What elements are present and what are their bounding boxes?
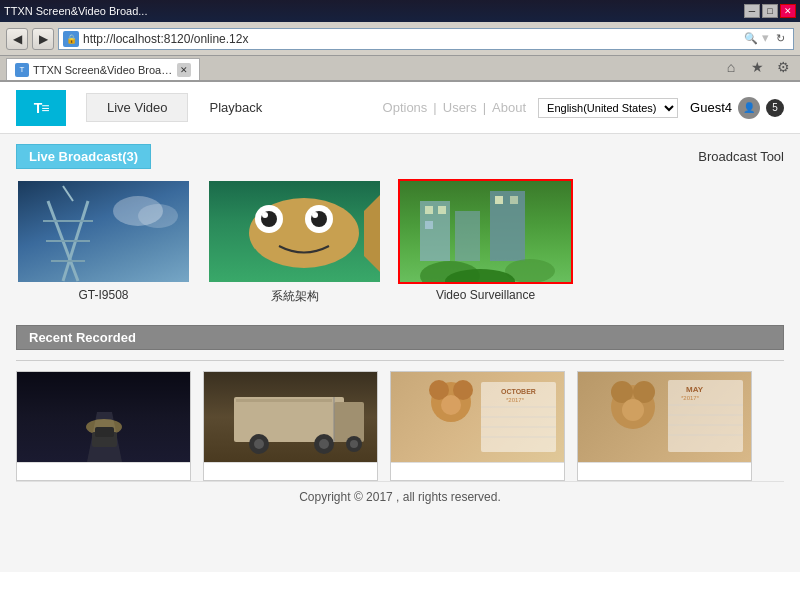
- app-content: T≡ Live Video Playback Options | Users |…: [0, 82, 800, 572]
- recent-video-1[interactable]: [16, 371, 191, 481]
- settings-button[interactable]: ⚙: [772, 56, 794, 78]
- recent-video-3[interactable]: OCTOBER *2017*: [390, 371, 565, 481]
- search-button[interactable]: 🔍: [742, 30, 760, 48]
- options-link[interactable]: Options: [383, 100, 428, 115]
- camera-1-image: [16, 179, 191, 284]
- separator-2: |: [483, 100, 486, 115]
- live-video-grid: GT-I9508: [16, 179, 784, 305]
- forward-button[interactable]: ▶: [32, 28, 54, 50]
- main-content: Live Broadcast(3) Broadcast Tool: [0, 134, 800, 572]
- home-button[interactable]: ⌂: [720, 56, 742, 78]
- address-actions: 🔍 ▾ ↻: [742, 30, 789, 48]
- tab-label: TTXN Screen&Video Broad...: [33, 64, 173, 76]
- logo-text: T≡: [34, 100, 49, 116]
- camera-1-label: GT-I9508: [78, 288, 128, 302]
- title-bar: TTXN Screen&Video Broad... ─ □ ✕: [0, 0, 800, 22]
- address-icon: 🔒: [63, 31, 79, 47]
- section-divider: [16, 360, 784, 361]
- tab-favicon: T: [15, 63, 29, 77]
- recent-video-3-image: OCTOBER *2017*: [391, 372, 564, 462]
- recent-video-2-footer: [204, 462, 377, 481]
- camera-2-image: [207, 179, 382, 284]
- recent-recorded-header: Recent Recorded: [16, 325, 784, 350]
- favorites-button[interactable]: ★: [746, 56, 768, 78]
- svg-rect-33: [334, 402, 364, 442]
- recent-video-1-footer: [17, 462, 190, 481]
- copyright-text: Copyright © 2017 , all rights reserved.: [299, 490, 501, 504]
- users-link[interactable]: Users: [443, 100, 477, 115]
- svg-text:*2017*: *2017*: [681, 395, 700, 401]
- username-label: Guest4: [690, 100, 732, 115]
- browser-toolbar: ◀ ▶ 🔒 🔍 ▾ ↻: [0, 22, 800, 56]
- nav-playback[interactable]: Playback: [188, 93, 283, 122]
- svg-point-7: [138, 204, 178, 228]
- svg-text:MAY: MAY: [686, 385, 704, 394]
- active-tab[interactable]: T TTXN Screen&Video Broad... ✕: [6, 58, 200, 80]
- svg-rect-31: [95, 427, 114, 437]
- language-select[interactable]: English(United States): [538, 98, 678, 118]
- tab-close-button[interactable]: ✕: [177, 63, 191, 77]
- camera-2-thumb[interactable]: 系統架构: [207, 179, 382, 305]
- window-controls: ─ □ ✕: [744, 4, 796, 18]
- recent-video-4-footer: [578, 462, 751, 481]
- back-button[interactable]: ◀: [6, 28, 28, 50]
- svg-text:*2017*: *2017*: [506, 397, 525, 403]
- svg-line-5: [63, 186, 73, 201]
- recent-video-2-image: [204, 372, 377, 462]
- svg-marker-9: [364, 191, 382, 276]
- address-input[interactable]: [83, 32, 738, 46]
- camera-3-thumb[interactable]: Video Surveillance: [398, 179, 573, 305]
- app-logo: T≡: [16, 90, 66, 126]
- separator-1: |: [433, 100, 436, 115]
- svg-point-56: [622, 399, 644, 421]
- footer: Copyright © 2017 , all rights reserved.: [16, 481, 784, 512]
- recent-video-3-footer: [391, 462, 564, 481]
- broadcast-tool-link[interactable]: Broadcast Tool: [698, 149, 784, 164]
- live-broadcast-title: Live Broadcast(3): [16, 144, 151, 169]
- live-broadcast-header: Live Broadcast(3) Broadcast Tool: [16, 144, 784, 169]
- tab-bar: T TTXN Screen&Video Broad... ✕ ⌂ ★ ⚙: [0, 56, 800, 82]
- header-right: Options | Users | About English(United S…: [383, 97, 784, 119]
- restore-button[interactable]: □: [762, 4, 778, 18]
- close-button[interactable]: ✕: [780, 4, 796, 18]
- svg-rect-57: [668, 380, 743, 452]
- recent-video-2[interactable]: [203, 371, 378, 481]
- about-link[interactable]: About: [492, 100, 526, 115]
- svg-rect-23: [510, 196, 518, 204]
- app-nav: Live Video Playback: [86, 93, 283, 122]
- svg-point-39: [350, 440, 358, 448]
- camera-2-label: 系統架构: [271, 288, 319, 305]
- svg-rect-40: [236, 399, 332, 402]
- address-bar: 🔒 🔍 ▾ ↻: [58, 28, 794, 50]
- svg-point-37: [319, 439, 329, 449]
- recent-recorded-grid: OCTOBER *2017*: [16, 371, 784, 481]
- recent-video-1-image: [17, 372, 190, 462]
- svg-rect-19: [425, 206, 433, 214]
- svg-point-45: [441, 395, 461, 415]
- svg-point-35: [254, 439, 264, 449]
- recent-video-4[interactable]: MAY *2017*: [577, 371, 752, 481]
- user-avatar: 👤: [738, 97, 760, 119]
- notification-badge[interactable]: 5: [766, 99, 784, 117]
- minimize-button[interactable]: ─: [744, 4, 760, 18]
- window-title: TTXN Screen&Video Broad...: [4, 5, 147, 17]
- refresh-button[interactable]: ↻: [771, 30, 789, 48]
- recent-video-4-image: MAY *2017*: [578, 372, 751, 462]
- browser-right-tools: ⌂ ★ ⚙: [720, 56, 800, 80]
- svg-rect-22: [495, 196, 503, 204]
- svg-text:OCTOBER: OCTOBER: [501, 388, 536, 395]
- svg-rect-20: [438, 206, 446, 214]
- header-links: Options | Users | About: [383, 100, 527, 115]
- language-selector-wrap: English(United States): [538, 98, 678, 118]
- camera-3-image: [398, 179, 573, 284]
- recent-recorded-title: Recent Recorded: [16, 325, 784, 350]
- svg-rect-17: [455, 211, 480, 261]
- user-info: Guest4 👤 5: [690, 97, 784, 119]
- svg-point-15: [312, 212, 318, 218]
- svg-point-12: [262, 212, 268, 218]
- camera-3-label: Video Surveillance: [436, 288, 535, 302]
- nav-live-video[interactable]: Live Video: [86, 93, 188, 122]
- window-chrome: TTXN Screen&Video Broad... ─ □ ✕ ◀ ▶ 🔒 🔍…: [0, 0, 800, 82]
- camera-1-thumb[interactable]: GT-I9508: [16, 179, 191, 305]
- title-bar-label: TTXN Screen&Video Broad...: [4, 5, 147, 17]
